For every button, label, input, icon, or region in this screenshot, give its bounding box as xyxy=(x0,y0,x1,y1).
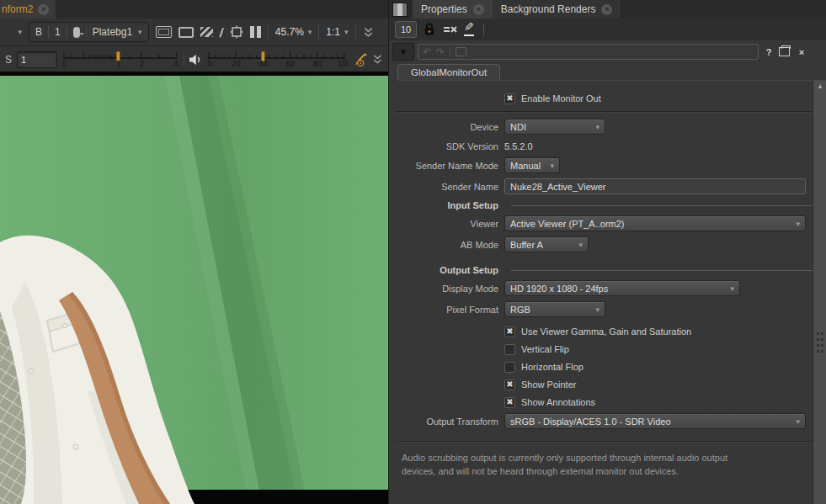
sender-name-label: Sender Name xyxy=(394,182,498,192)
output-transform-select[interactable]: sRGB - Display/ACES 1.0 - SDR Video ▾ xyxy=(504,413,806,429)
show-pointer-checkbox[interactable]: ✖ xyxy=(504,379,515,390)
help-button[interactable]: ? xyxy=(762,47,775,57)
volume-slider[interactable]: 0 20 40 60 80 100 xyxy=(207,50,349,69)
proxy-toggle-button[interactable] xyxy=(179,27,194,38)
toolbar-expand-button[interactable] xyxy=(363,27,374,38)
roi-button[interactable] xyxy=(230,25,243,39)
view-index-button[interactable]: 1 xyxy=(55,26,61,38)
revert-icon[interactable] xyxy=(456,47,466,56)
checkerboard-button[interactable] xyxy=(200,27,213,37)
enable-monitor-out-checkbox[interactable]: ✖ xyxy=(504,93,515,104)
scroll-up-icon[interactable]: ▲ xyxy=(813,82,826,90)
ab-mode-row: AB Mode Buffer A ▾ xyxy=(389,236,826,252)
undo-icon[interactable]: ↶ xyxy=(423,47,431,57)
ab-mode-select[interactable]: Buffer A ▾ xyxy=(504,236,589,252)
close-all-panels-icon[interactable] xyxy=(443,24,457,35)
svg-text:4: 4 xyxy=(174,59,179,67)
ratio-select[interactable]: 1:1 ▾ xyxy=(326,26,348,38)
sender-name-input[interactable] xyxy=(504,178,806,194)
node-title-field[interactable]: ↶ ↷ xyxy=(418,44,759,60)
double-chevron-down-icon xyxy=(363,27,374,38)
show-pointer-label: Show Pointer xyxy=(521,379,576,390)
pause-icon xyxy=(250,26,254,38)
max-panels-input[interactable]: 10 xyxy=(395,21,417,38)
svg-text:80: 80 xyxy=(313,59,322,67)
tab-close-icon[interactable]: × xyxy=(473,4,484,15)
frame-display-button[interactable] xyxy=(156,26,172,38)
close-panel-button[interactable]: × xyxy=(795,47,808,57)
redo-icon[interactable]: ↷ xyxy=(436,47,445,57)
viewer-tab[interactable]: nform2 × xyxy=(0,0,56,19)
properties-controls: 10 ✎ xyxy=(389,19,826,41)
edit-button[interactable]: ✎ xyxy=(464,22,477,37)
separator xyxy=(355,25,356,39)
tab-close-icon[interactable]: × xyxy=(601,4,612,15)
buffer-b-button[interactable]: B xyxy=(35,26,42,38)
use-viewer-gamma-checkbox[interactable]: ✖ xyxy=(504,326,515,337)
show-annotations-checkbox[interactable]: ✖ xyxy=(504,397,515,408)
input-setup-group: Input Setup xyxy=(389,199,826,211)
group-divider xyxy=(511,205,815,206)
divider xyxy=(396,111,815,112)
show-pointer-row: ✖ Show Pointer xyxy=(389,378,826,391)
ab-mode-label: AB Mode xyxy=(394,240,498,250)
device-row: Device NDI ▾ xyxy=(389,119,826,135)
node-color-button[interactable]: ▼ xyxy=(392,43,414,61)
zoom-level-select[interactable]: 45.7% ▾ xyxy=(275,26,312,38)
separator xyxy=(48,26,49,38)
viewer-tab-close-icon[interactable]: × xyxy=(38,4,49,15)
pause-button[interactable] xyxy=(250,26,261,38)
horizontal-flop-checkbox[interactable] xyxy=(504,362,515,373)
tab-properties[interactable]: Properties × xyxy=(413,0,493,19)
show-annotations-row: ✖ Show Annotations xyxy=(389,395,826,409)
ratio-value: 1:1 xyxy=(326,26,340,38)
viewer-select[interactable]: Active Viewer (PT_A..orm2) ▾ xyxy=(504,215,806,231)
splitter-grip[interactable] xyxy=(816,331,824,353)
sliderbar-expand-button[interactable] xyxy=(372,54,383,65)
separator xyxy=(184,53,184,66)
wipe-button[interactable]: / xyxy=(218,25,224,40)
sender-name-mode-select[interactable]: Manual ▾ xyxy=(504,157,560,173)
tab-globalmonitorout[interactable]: GlobalMonitorOut xyxy=(397,64,500,80)
enable-monitor-out-label: Enable Monitor Out xyxy=(521,93,601,103)
nuke-window: nform2 × ▾ B 1 Platebg1 ▾ / xyxy=(0,0,826,504)
channels-dropdown[interactable]: ▾ xyxy=(3,28,22,36)
device-select[interactable]: NDI ▾ xyxy=(504,119,605,135)
tab-background-renders[interactable]: Background Renders × xyxy=(493,0,621,19)
chevron-down-icon: ▾ xyxy=(550,162,554,170)
display-mode-row: Display Mode HD 1920 x 1080 - 24fps ▾ xyxy=(389,280,826,296)
pane-layout-icon[interactable] xyxy=(392,3,408,17)
buffer-controls-group: B 1 Platebg1 ▾ xyxy=(29,22,149,42)
separator xyxy=(483,24,484,36)
tab-properties-label: Properties xyxy=(421,3,467,15)
chevron-down-icon: ▾ xyxy=(578,241,583,249)
float-panel-icon[interactable] xyxy=(779,47,790,56)
chevron-down-icon: ▾ xyxy=(18,28,22,36)
vertical-flip-checkbox[interactable] xyxy=(504,344,515,355)
divider xyxy=(396,441,815,442)
viewer-canvas[interactable] xyxy=(0,72,388,504)
display-mode-label: Display Mode xyxy=(394,284,498,294)
pencil-icon: ✎ xyxy=(464,20,474,34)
sender-name-mode-label: Sender Name Mode xyxy=(394,161,498,171)
stripes-icon xyxy=(200,27,213,37)
tab-background-renders-label: Background Renders xyxy=(501,3,596,15)
volume-icon[interactable] xyxy=(189,54,202,66)
pixel-format-select[interactable]: RGB ▾ xyxy=(504,301,605,317)
chevron-down-icon: ▾ xyxy=(595,305,600,314)
enable-monitor-out-row: ✖ Enable Monitor Out xyxy=(389,92,826,105)
gain-slider[interactable]: 0 1 2 4 xyxy=(62,50,179,69)
eyedropper-sample-icon[interactable] xyxy=(354,52,368,67)
display-mode-select[interactable]: HD 1920 x 1080 - 24fps ▾ xyxy=(504,280,740,296)
viewer-label: Viewer xyxy=(394,219,498,229)
layer-select[interactable]: Platebg1 xyxy=(93,26,132,38)
sdk-version-label: SDK Version xyxy=(394,141,498,151)
frame-display-icon xyxy=(156,26,172,38)
gain-bullet-icon[interactable] xyxy=(73,27,80,38)
panel-scrollbar[interactable]: ▲ xyxy=(813,81,826,504)
use-viewer-gamma-row: ✖ Use Viewer Gamma, Gain and Saturation xyxy=(389,325,826,338)
output-transform-label: Output Transform xyxy=(394,416,498,427)
frame-input[interactable] xyxy=(17,51,57,68)
lock-panels-icon[interactable] xyxy=(424,23,436,36)
show-annotations-label: Show Annotations xyxy=(521,397,595,407)
